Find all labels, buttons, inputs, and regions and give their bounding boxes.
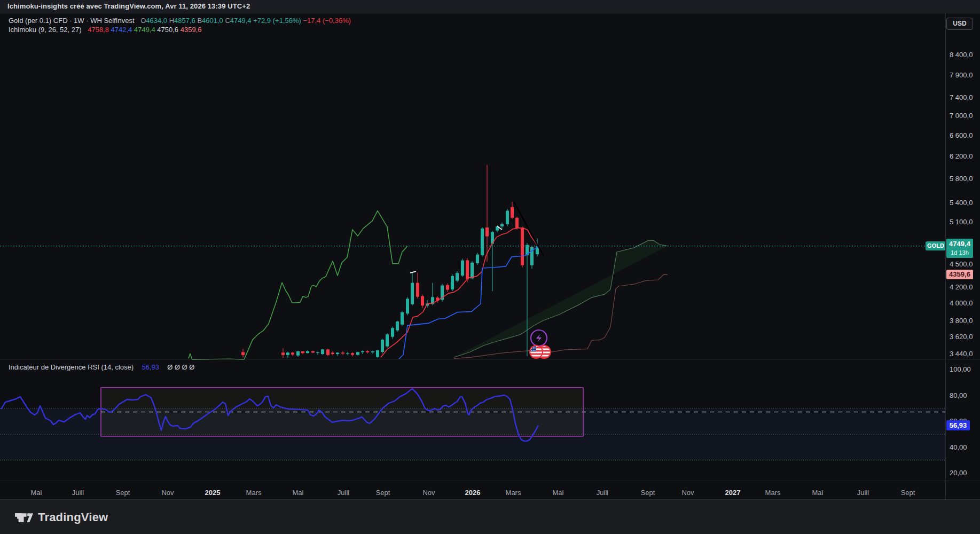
candle-body [381, 340, 384, 352]
tradingview-chart-window: Ichimoku-insights créé avec TradingView.… [0, 0, 980, 534]
price-axis-label: 3 800,0 [950, 317, 973, 325]
candle-body [241, 352, 245, 355]
candle-body [301, 351, 304, 353]
time-axis-label: Mai [31, 489, 42, 497]
symbol-legend-row: Gold (per 0.1) CFD · 1W · WH SelfInvest … [9, 17, 351, 25]
candle-body [351, 353, 354, 355]
candle-body [341, 352, 344, 354]
rsi-divergence-nulls: Ø Ø Ø Ø [167, 363, 194, 371]
ichimoku-value: 4749,4 [134, 26, 157, 34]
time-axis-year-label: 2027 [725, 489, 741, 497]
candle-body [456, 273, 459, 280]
candle-body [421, 296, 424, 305]
candle-body [376, 350, 379, 357]
candle-body [346, 353, 349, 354]
candle-body [515, 218, 519, 228]
candle-body [306, 351, 309, 354]
rsi-legend-row: Indicateur de Divergence RSI (14, close)… [9, 363, 194, 371]
time-axis-label: Juill [338, 489, 349, 497]
currency-toggle-button[interactable]: USD [946, 18, 973, 30]
drawing-mark[interactable] [410, 271, 416, 273]
price-axis-divider [945, 13, 946, 499]
bar-countdown: 1d 13h [946, 249, 973, 256]
chikou-span-line [189, 211, 407, 360]
time-axis-label: Sept [901, 489, 915, 497]
candle-body [311, 351, 315, 353]
kumo-cloud [454, 240, 668, 357]
time-axis-label: Juill [857, 489, 869, 497]
rsi-axis-label: 80,00 [950, 391, 967, 399]
candle-body [481, 229, 484, 255]
ichimoku-value: 4750,6 [157, 26, 180, 34]
candle-body [485, 227, 489, 237]
rsi-current-value: 56,93 [142, 363, 159, 371]
ichimoku-values: 4758,8 4742,4 4749,4 4750,6 4359,6 [88, 26, 201, 34]
ichimoku-title[interactable]: Ichimoku (9, 26, 52, 27) [9, 26, 82, 34]
time-axis-label: Mars [246, 489, 262, 497]
candle-body [500, 224, 504, 226]
candle-body [446, 285, 449, 290]
ichimoku-value: 4758,8 [88, 26, 111, 34]
flag-icon-left[interactable] [530, 345, 543, 358]
candle-body [396, 321, 399, 331]
pane-divider[interactable] [0, 359, 980, 359]
ohlc-field-label: B [197, 17, 202, 25]
time-axis-label: Mars [765, 489, 781, 497]
candle-body [416, 283, 419, 297]
rsi-axis-label: 40,00 [950, 443, 967, 451]
ichimoku-value: 4742,4 [111, 26, 134, 34]
time-axis-label: Nov [681, 489, 694, 497]
candle-body [401, 312, 404, 325]
price-axis-label: 4 200,0 [950, 283, 973, 291]
candle-body [291, 352, 294, 355]
ohlc-values: O4634,0 H4857,6 B4601,0 C4749,4 +72,9 (+… [140, 17, 351, 25]
candle-body [361, 351, 364, 352]
symbol-title[interactable]: Gold (per 0.1) CFD · 1W · WH SelfInvest [9, 17, 135, 25]
time-axis-label: Nov [161, 489, 174, 497]
last-price-badge: 4749,4 1d 13h [946, 239, 973, 258]
candle-body [366, 351, 369, 352]
candle-body [316, 352, 319, 352]
price-axis-label: 3 440,0 [950, 350, 973, 358]
gold-ticker-badge: GOLD [926, 241, 946, 250]
flag-part [535, 347, 535, 348]
flag-part [530, 354, 543, 355]
tradingview-logo-text: TradingView [38, 511, 108, 524]
time-axis-year-label: 2026 [465, 489, 481, 497]
candle-body [371, 351, 374, 352]
ohlc-field-label: O [140, 17, 146, 25]
flag-part [535, 350, 535, 351]
senkou-span-b-badge: 4359,6 [946, 270, 973, 279]
watermark-text: Ichimoku-insights créé avec TradingView.… [7, 2, 250, 10]
flag-part [535, 349, 535, 349]
price-axis-label: 4 000,0 [950, 299, 973, 307]
time-axis-label: Sept [116, 489, 130, 497]
ichimoku-value: 4359,6 [181, 26, 202, 34]
time-axis-label: Mars [506, 489, 521, 497]
change-down: −17,4 (−0,36%) [303, 17, 351, 25]
time-axis-label: Juill [597, 489, 608, 497]
price-axis-label: 5 400,0 [950, 199, 973, 207]
rsi-value-badge: 56,93 [946, 420, 970, 430]
change-up: +72,9 (+1,56%) [253, 17, 303, 25]
candle-body [406, 299, 409, 313]
candle-body [321, 349, 324, 354]
time-axis-divider [0, 481, 980, 481]
rsi-indicator-title[interactable]: Indicateur de Divergence RSI (14, close) [9, 363, 134, 371]
price-axis-label: 5 100,0 [950, 218, 973, 226]
candle-body [386, 334, 389, 346]
time-axis-year-label: 2025 [205, 489, 221, 497]
candle-body [521, 228, 524, 265]
flag-part [533, 350, 534, 351]
ohlc-field-label: C [225, 17, 230, 25]
price-axis-label: 8 400,0 [950, 51, 973, 59]
tradingview-logo-icon [15, 513, 33, 522]
time-axis-label: Mai [812, 489, 824, 497]
ohlc-field-value: 4601,0 [202, 17, 225, 25]
price-axis-label: 5 800,0 [950, 175, 973, 183]
senkou-span-b-line [454, 274, 668, 358]
tradingview-logo[interactable]: TradingView [15, 511, 108, 524]
time-axis-label: Sept [641, 489, 655, 497]
candle-body [281, 352, 285, 355]
chart-canvas[interactable] [0, 0, 980, 534]
